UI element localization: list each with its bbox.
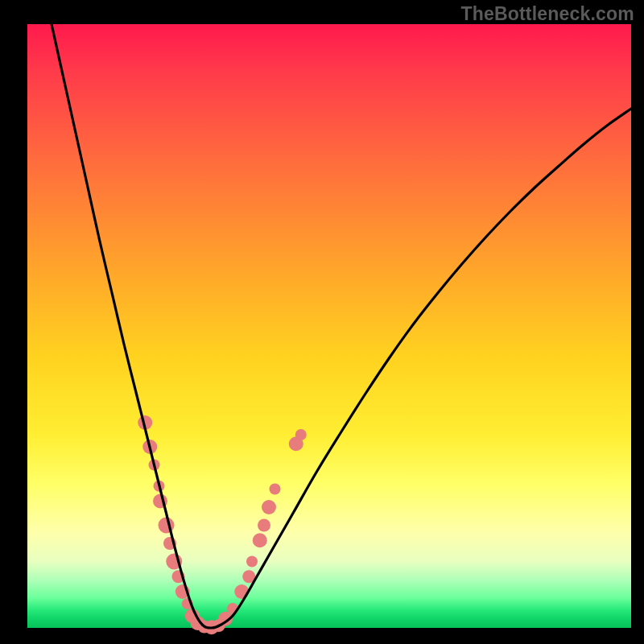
scatter-layer <box>138 415 307 634</box>
chart-svg <box>27 24 631 628</box>
scatter-point <box>246 556 258 568</box>
scatter-point <box>270 484 281 495</box>
plot-area <box>27 24 631 628</box>
watermark-text: TheBottleneck.com <box>460 3 634 25</box>
scatter-point <box>262 500 276 514</box>
bottleneck-curve <box>52 24 631 628</box>
scatter-point <box>253 533 267 547</box>
outer-frame: TheBottleneck.com <box>0 0 644 644</box>
scatter-point <box>258 519 270 532</box>
scatter-point <box>295 429 307 440</box>
